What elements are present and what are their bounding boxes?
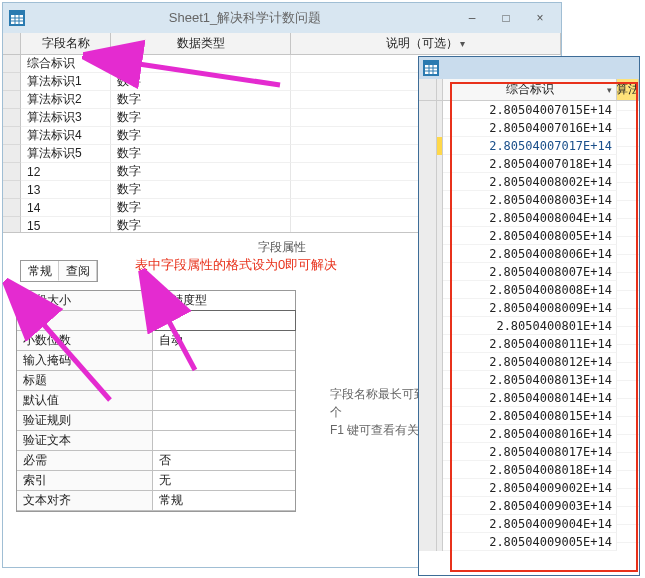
minimize-button[interactable]: – <box>457 8 487 28</box>
data-value[interactable]: 2.8050400801E+14 <box>443 317 617 335</box>
data-value[interactable]: 2.80504008004E+14 <box>443 209 617 227</box>
property-value[interactable] <box>153 351 295 370</box>
data-row[interactable]: 2.80504009004E+14 <box>419 515 639 533</box>
property-row[interactable]: 必需否 <box>17 451 295 471</box>
field-name-cell[interactable]: 综合标识 <box>21 55 111 73</box>
data-row[interactable]: 2.80504008007E+14 <box>419 263 639 281</box>
property-grid[interactable]: 字段大小双精度型格式0小数位数自动输入掩码标题默认值验证规则验证文本必需否索引无… <box>16 290 296 512</box>
property-row[interactable]: 输入掩码 <box>17 351 295 371</box>
field-type-cell[interactable]: 数字 <box>111 181 291 199</box>
data-row[interactable]: 2.80504008009E+14 <box>419 299 639 317</box>
data-value[interactable]: 2.80504007017E+14 <box>443 137 617 155</box>
data-row[interactable]: 2.80504008011E+14 <box>419 335 639 353</box>
property-row[interactable]: 小数位数自动 <box>17 331 295 351</box>
field-type-cell[interactable]: 数字 <box>111 109 291 127</box>
field-name-cell[interactable]: 算法标识3 <box>21 109 111 127</box>
data-row[interactable]: 2.80504007017E+14 <box>419 137 639 155</box>
field-type-cell[interactable]: 数字 <box>111 163 291 181</box>
col-header-desc[interactable]: 说明（可选）▾ <box>291 33 561 54</box>
data-row[interactable]: 2.80504008008E+14 <box>419 281 639 299</box>
data-row[interactable]: 2.8050400801E+14 <box>419 317 639 335</box>
data-row[interactable]: 2.80504008013E+14 <box>419 371 639 389</box>
property-value[interactable]: 自动 <box>153 331 295 350</box>
maximize-button[interactable]: □ <box>491 8 521 28</box>
property-row[interactable]: 格式0 <box>17 311 295 331</box>
tab-lookup[interactable]: 查阅 <box>59 261 97 281</box>
field-name-cell[interactable]: 算法标识1 <box>21 73 111 91</box>
col-header-name[interactable]: 字段名称 <box>21 33 111 54</box>
data-value[interactable]: 2.80504008009E+14 <box>443 299 617 317</box>
field-name-cell[interactable]: 13 <box>21 181 111 199</box>
field-name-cell[interactable]: 15 <box>21 217 111 233</box>
field-type-cell[interactable]: 数字 <box>111 199 291 217</box>
data-value[interactable]: 2.80504008008E+14 <box>443 281 617 299</box>
data-value[interactable]: 2.80504007018E+14 <box>443 155 617 173</box>
property-value[interactable]: 无 <box>153 471 295 490</box>
field-type-cell[interactable]: 数字 <box>111 127 291 145</box>
data-row[interactable]: 2.80504009003E+14 <box>419 497 639 515</box>
close-button[interactable]: × <box>525 8 555 28</box>
data-value[interactable]: 2.80504008007E+14 <box>443 263 617 281</box>
data-value[interactable]: 2.80504008006E+14 <box>443 245 617 263</box>
data-row[interactable]: 2.80504009005E+14 <box>419 533 639 551</box>
data-row[interactable]: 2.80504007018E+14 <box>419 155 639 173</box>
data-value[interactable]: 2.80504008013E+14 <box>443 371 617 389</box>
data-value[interactable]: 2.80504008018E+14 <box>443 461 617 479</box>
titlebar[interactable]: Sheet1_解决科学计数问题 – □ × <box>3 3 561 33</box>
data-row[interactable]: 2.80504008012E+14 <box>419 353 639 371</box>
dropdown-icon[interactable]: ▾ <box>607 85 612 95</box>
field-type-cell[interactable]: 数字 <box>111 91 291 109</box>
field-name-cell[interactable]: 12 <box>21 163 111 181</box>
data-value[interactable]: 2.80504008016E+14 <box>443 425 617 443</box>
property-row[interactable]: 索引无 <box>17 471 295 491</box>
property-value[interactable]: 否 <box>153 451 295 470</box>
data-value[interactable]: 2.80504008014E+14 <box>443 389 617 407</box>
property-value[interactable]: 双精度型 <box>153 291 295 310</box>
property-value[interactable]: 常规 <box>153 491 295 510</box>
data-row[interactable]: 2.80504008006E+14 <box>419 245 639 263</box>
property-value[interactable] <box>153 431 295 450</box>
data-value[interactable]: 2.80504009002E+14 <box>443 479 617 497</box>
property-row[interactable]: 默认值 <box>17 391 295 411</box>
data-value[interactable]: 2.80504009004E+14 <box>443 515 617 533</box>
property-value[interactable]: 0 <box>153 311 295 330</box>
data-row[interactable]: 2.80504008016E+14 <box>419 425 639 443</box>
data-value[interactable]: 2.80504008003E+14 <box>443 191 617 209</box>
data-row[interactable]: 2.80504007016E+14 <box>419 119 639 137</box>
data-value[interactable]: 2.80504008011E+14 <box>443 335 617 353</box>
data-row[interactable]: 2.80504008005E+14 <box>419 227 639 245</box>
field-type-cell[interactable]: 数字 <box>111 55 291 73</box>
data-value[interactable]: 2.80504008017E+14 <box>443 443 617 461</box>
data-value[interactable]: 2.80504008002E+14 <box>443 173 617 191</box>
col-header-type[interactable]: 数据类型 <box>111 33 291 54</box>
data-value[interactable]: 2.80504009005E+14 <box>443 533 617 551</box>
field-type-cell[interactable]: 数字 <box>111 217 291 233</box>
data-row[interactable]: 2.80504008018E+14 <box>419 461 639 479</box>
data-row[interactable]: 2.80504007015E+14 <box>419 101 639 119</box>
field-type-cell[interactable]: 数字 <box>111 145 291 163</box>
field-name-cell[interactable]: 14 <box>21 199 111 217</box>
data-value[interactable]: 2.80504008005E+14 <box>443 227 617 245</box>
property-value[interactable] <box>153 371 295 390</box>
property-row[interactable]: 验证规则 <box>17 411 295 431</box>
property-value[interactable] <box>153 411 295 430</box>
data-value[interactable]: 2.80504007015E+14 <box>443 101 617 119</box>
data-row[interactable]: 2.80504008017E+14 <box>419 443 639 461</box>
property-row[interactable]: 字段大小双精度型 <box>17 291 295 311</box>
tab-general[interactable]: 常规 <box>21 261 59 281</box>
col-header-zonghe[interactable]: 综合标识 ▾ <box>443 79 617 100</box>
property-value[interactable] <box>153 391 295 410</box>
data-value[interactable]: 2.80504008012E+14 <box>443 353 617 371</box>
property-row[interactable]: 验证文本 <box>17 431 295 451</box>
field-name-cell[interactable]: 算法标识5 <box>21 145 111 163</box>
datasheet-titlebar[interactable] <box>419 57 639 79</box>
data-row[interactable]: 2.80504008014E+14 <box>419 389 639 407</box>
property-row[interactable]: 标题 <box>17 371 295 391</box>
data-value[interactable]: 2.80504007016E+14 <box>443 119 617 137</box>
data-value[interactable]: 2.80504008015E+14 <box>443 407 617 425</box>
data-row[interactable]: 2.80504008004E+14 <box>419 209 639 227</box>
col-header-suanfa[interactable]: 算法 <box>617 79 639 100</box>
property-row[interactable]: 文本对齐常规 <box>17 491 295 511</box>
data-row[interactable]: 2.80504008002E+14 <box>419 173 639 191</box>
field-type-cell[interactable]: 数字 <box>111 73 291 91</box>
